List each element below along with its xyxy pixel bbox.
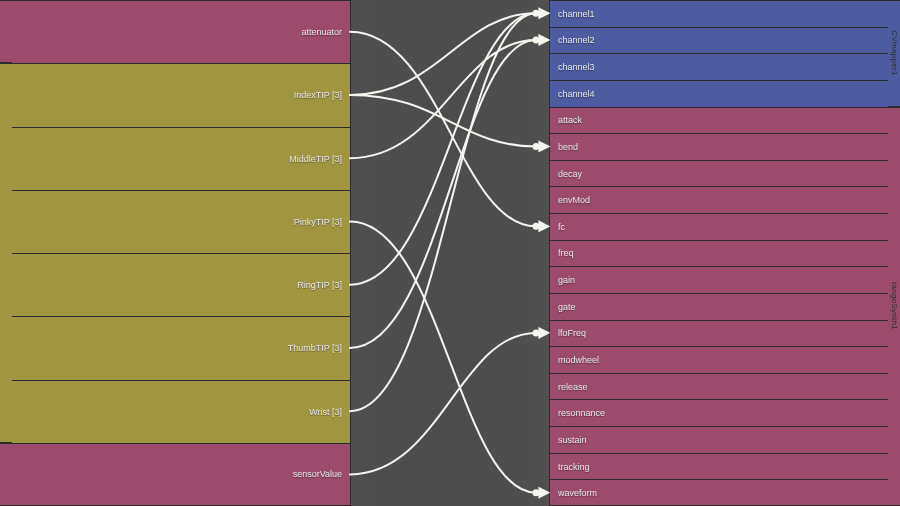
source-port-RingTIP[interactable]: RingTIP [3]: [12, 253, 350, 316]
connection-knot: [533, 329, 540, 336]
group-rail-grp-atten[interactable]: [0, 0, 12, 63]
target-port-resonnance[interactable]: resonnance: [550, 399, 888, 426]
target-port-gate[interactable]: gate: [550, 293, 888, 320]
target-port-attack[interactable]: attack: [550, 107, 888, 134]
target-port-channel1[interactable]: channel1: [550, 0, 888, 27]
target-port-gain[interactable]: gain: [550, 266, 888, 293]
port-label: modwheel: [558, 355, 599, 365]
target-port-release[interactable]: release: [550, 373, 888, 400]
target-port-lfoFreq[interactable]: lfoFreq: [550, 320, 888, 347]
connection-knot: [533, 489, 540, 496]
port-label: lfoFreq: [558, 328, 586, 338]
port-label: Wrist [3]: [309, 407, 342, 417]
connection-wire[interactable]: [350, 13, 536, 284]
port-label: waveform: [558, 488, 597, 498]
port-label: sensorValue: [293, 469, 342, 479]
target-port-tracking[interactable]: tracking: [550, 453, 888, 480]
connection-wire[interactable]: [350, 32, 536, 227]
group-rail-tangoSynth1[interactable]: tangoSynth1: [888, 107, 900, 506]
port-label: fc: [558, 222, 565, 232]
port-label: channel1: [558, 9, 595, 19]
port-label: attenuator: [301, 27, 342, 37]
connection-knot: [533, 36, 540, 43]
target-port-channel4[interactable]: channel4: [550, 80, 888, 107]
connection-knot: [533, 143, 540, 150]
target-port-modwheel[interactable]: modwheel: [550, 346, 888, 373]
port-label: release: [558, 382, 588, 392]
connection-wire[interactable]: [350, 40, 536, 348]
source-panel: attenuatorIndexTIP [3]MiddleTIP [3]Pinky…: [0, 0, 351, 506]
port-label: MiddleTIP [3]: [289, 154, 342, 164]
target-port-envMod[interactable]: envMod: [550, 186, 888, 213]
connection-wire[interactable]: [350, 13, 536, 95]
port-label: decay: [558, 169, 582, 179]
source-port-sensorValue[interactable]: sensorValue: [12, 443, 350, 506]
target-port-channel2[interactable]: channel2: [550, 27, 888, 54]
port-label: gate: [558, 302, 576, 312]
connection-wire[interactable]: [350, 40, 536, 158]
port-label: sustain: [558, 435, 587, 445]
connection-wire[interactable]: [350, 221, 536, 492]
port-label: PinkyTIP [3]: [294, 217, 342, 227]
target-panel: CVmapper1tangoSynth1 channel1channel2cha…: [549, 0, 900, 506]
port-label: freq: [558, 248, 574, 258]
source-port-ThumbTIP[interactable]: ThumbTIP [3]: [12, 316, 350, 379]
group-rail-grp-sensor[interactable]: [0, 443, 12, 506]
group-rail-CVmapper1[interactable]: CVmapper1: [888, 0, 900, 107]
port-label: gain: [558, 275, 575, 285]
target-port-fc[interactable]: fc: [550, 213, 888, 240]
port-label: tracking: [558, 462, 590, 472]
port-label: attack: [558, 115, 582, 125]
source-port-Wrist[interactable]: Wrist [3]: [12, 380, 350, 443]
target-port-decay[interactable]: decay: [550, 160, 888, 187]
group-rail-grp-glove[interactable]: [0, 63, 12, 443]
target-port-waveform[interactable]: waveform: [550, 479, 888, 506]
port-label: envMod: [558, 195, 590, 205]
port-label: ThumbTIP [3]: [288, 343, 342, 353]
group-label: tangoSynth1: [890, 282, 899, 330]
port-label: channel3: [558, 62, 595, 72]
port-label: RingTIP [3]: [297, 280, 342, 290]
port-label: IndexTIP [3]: [294, 90, 342, 100]
source-port-PinkyTIP[interactable]: PinkyTIP [3]: [12, 190, 350, 253]
port-label: resonnance: [558, 408, 605, 418]
connection-knot: [533, 10, 540, 17]
group-label: CVmapper1: [890, 31, 899, 76]
port-label: channel2: [558, 35, 595, 45]
target-port-bend[interactable]: bend: [550, 133, 888, 160]
connection-wire[interactable]: [350, 333, 536, 475]
connection-wire[interactable]: [350, 95, 536, 147]
connection-knot: [533, 223, 540, 230]
target-port-channel3[interactable]: channel3: [550, 53, 888, 80]
source-port-IndexTIP[interactable]: IndexTIP [3]: [12, 63, 350, 126]
source-port-attenuator[interactable]: attenuator: [12, 0, 350, 63]
target-port-freq[interactable]: freq: [550, 240, 888, 267]
port-label: channel4: [558, 89, 595, 99]
connection-wire[interactable]: [350, 13, 536, 411]
target-port-sustain[interactable]: sustain: [550, 426, 888, 453]
source-port-MiddleTIP[interactable]: MiddleTIP [3]: [12, 127, 350, 190]
patch-canvas[interactable]: attenuatorIndexTIP [3]MiddleTIP [3]Pinky…: [0, 0, 900, 506]
port-label: bend: [558, 142, 578, 152]
